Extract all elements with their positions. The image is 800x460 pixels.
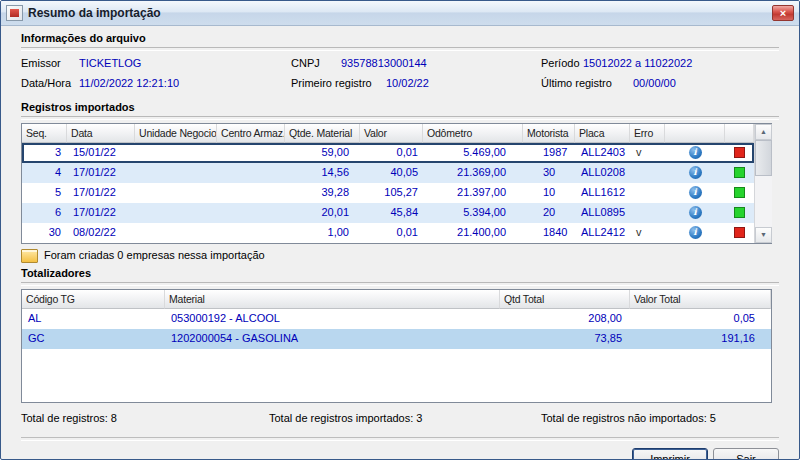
window-icon — [6, 5, 23, 21]
col-centro-armaz[interactable]: Centro Armaz. — [217, 124, 285, 143]
cell-valor: 0,01 — [360, 146, 423, 159]
cell-motorista: 1987 — [523, 146, 575, 159]
cnpj-value: 93578813000144 — [341, 57, 427, 70]
cell-motorista: 10 — [523, 186, 575, 199]
cell-qtde: 14,56 — [285, 166, 360, 179]
col-valor[interactable]: Valor — [360, 124, 423, 143]
cell-data: 15/01/22 — [67, 146, 135, 159]
cell-odometro: 5.469,00 — [423, 146, 523, 159]
col-qtde-material[interactable]: Qtde. Material — [285, 124, 360, 143]
cell-valor: 45,84 — [360, 206, 423, 219]
col-codigo-tg[interactable]: Código TG — [22, 290, 165, 309]
field-ultimo-registro: Último registro 00/00/00 — [541, 77, 779, 90]
record-row[interactable]: 6 17/01/22 20,01 45,84 5.394,00 20 ALL08… — [22, 203, 754, 223]
file-info-fields: Emissor TICKETLOG CNPJ 93578813000144 Pe… — [21, 51, 779, 98]
cell-status — [725, 167, 754, 178]
col-motorista[interactable]: Motorista — [523, 124, 575, 143]
cell-seq: 4 — [22, 166, 67, 179]
records-scrollbar[interactable]: ▲ ▼ — [754, 124, 772, 243]
primeiro-registro-label: Primeiro registro — [291, 77, 386, 90]
emissor-value: TICKETLOG — [79, 57, 141, 70]
print-button[interactable]: Imprimir — [632, 448, 708, 459]
cell-material: 1202000054 - GASOLINA — [165, 332, 500, 345]
col-erro[interactable]: Erro — [630, 124, 665, 143]
cell-motorista: 1840 — [523, 226, 575, 239]
info-icon[interactable]: i — [689, 226, 702, 239]
records-grid: Seq. Data Unidade Negocio Centro Armaz. … — [21, 123, 772, 244]
cell-seq: 30 — [22, 226, 67, 239]
totals-grid: Código TG Material Qtd Total Valor Total… — [21, 289, 772, 403]
file-info-title: Informações do arquivo — [21, 32, 779, 45]
record-row[interactable]: 30 08/02/22 1,00 0,01 21.400,00 1840 ALL… — [22, 223, 754, 243]
divider — [21, 116, 779, 120]
cell-valor: 40,05 — [360, 166, 423, 179]
info-icon[interactable]: i — [689, 146, 702, 159]
col-data[interactable]: Data — [67, 124, 135, 143]
col-info[interactable] — [665, 124, 725, 143]
scroll-up-button[interactable]: ▲ — [755, 124, 772, 140]
window-title: Resumo da importação — [28, 6, 161, 20]
scroll-track[interactable] — [755, 176, 772, 227]
total-row[interactable]: GC 1202000054 - GASOLINA 73,85 191,16 — [22, 329, 771, 349]
col-material[interactable]: Material — [165, 290, 500, 309]
totals-title: Totalizadores — [21, 267, 779, 280]
col-unidade-negocio[interactable]: Unidade Negocio — [135, 124, 217, 143]
info-icon[interactable]: i — [689, 166, 702, 179]
cell-seq: 3 — [22, 146, 67, 159]
exit-button[interactable]: Sair — [713, 448, 779, 459]
col-status[interactable] — [725, 124, 754, 143]
record-row[interactable]: 3 15/01/22 59,00 0,01 5.469,00 1987 ALL2… — [22, 143, 754, 163]
cell-valor-total: 191,16 — [630, 332, 771, 345]
cell-info: i — [665, 186, 725, 199]
companies-note-icon — [21, 249, 38, 263]
cell-material: 053000192 - ALCOOL — [165, 312, 500, 325]
cell-valor: 0,01 — [360, 226, 423, 239]
field-primeiro-registro: Primeiro registro 10/02/22 — [291, 77, 541, 90]
cell-codigo: GC — [22, 332, 165, 345]
cell-placa: ALL2412 — [575, 226, 630, 239]
record-row[interactable]: 5 17/01/22 39,28 105,27 21.397,00 10 ALL… — [22, 183, 754, 203]
cell-placa: ALL0208 — [575, 166, 630, 179]
scroll-thumb[interactable] — [755, 140, 772, 176]
primeiro-registro-value: 10/02/22 — [386, 77, 429, 90]
totals-header: Código TG Material Qtd Total Valor Total — [22, 290, 771, 309]
cell-odometro: 21.400,00 — [423, 226, 523, 239]
info-icon[interactable]: i — [689, 206, 702, 219]
col-seq[interactable]: Seq. — [22, 124, 67, 143]
col-qtd-total[interactable]: Qtd Total — [500, 290, 630, 309]
cell-qtde: 20,01 — [285, 206, 360, 219]
not-imported-records-text: Total de registros não importados: 5 — [541, 412, 716, 425]
info-icon[interactable]: i — [689, 186, 702, 199]
cell-motorista: 30 — [523, 166, 575, 179]
cell-odometro: 5.394,00 — [423, 206, 523, 219]
cell-data: 08/02/22 — [67, 226, 135, 239]
scroll-down-button[interactable]: ▼ — [755, 227, 772, 243]
cell-data: 17/01/22 — [67, 206, 135, 219]
record-row[interactable]: 4 17/01/22 14,56 40,05 21.369,00 30 ALL0… — [22, 163, 754, 183]
cell-odometro: 21.369,00 — [423, 166, 523, 179]
ultimo-registro-value: 00/00/00 — [633, 77, 676, 90]
records-header: Seq. Data Unidade Negocio Centro Armaz. … — [22, 124, 754, 143]
ultimo-registro-label: Último registro — [541, 77, 633, 90]
divider — [21, 282, 779, 286]
cell-data: 17/01/22 — [67, 186, 135, 199]
close-button[interactable]: × — [772, 5, 794, 21]
periodo-value: 15012022 a 11022022 — [583, 57, 692, 70]
cell-seq: 6 — [22, 206, 67, 219]
cell-info: i — [665, 226, 725, 239]
col-valor-total[interactable]: Valor Total — [630, 290, 771, 309]
status-indicator — [734, 187, 745, 198]
records-grid-main: Seq. Data Unidade Negocio Centro Armaz. … — [22, 124, 754, 243]
field-cnpj: CNPJ 93578813000144 — [291, 57, 541, 70]
dialog-body: Informações do arquivo Emissor TICKETLOG… — [1, 26, 799, 459]
cell-codigo: AL — [22, 312, 165, 325]
total-row[interactable]: AL 053000192 - ALCOOL 208,00 0,05 — [22, 309, 771, 329]
emissor-label: Emissor — [21, 57, 79, 70]
status-indicator — [734, 227, 745, 238]
cell-qtd-total: 208,00 — [500, 312, 630, 325]
col-placa[interactable]: Placa — [575, 124, 630, 143]
cell-info: i — [665, 146, 725, 159]
cell-qtde: 39,28 — [285, 186, 360, 199]
col-odometro[interactable]: Odômetro — [423, 124, 523, 143]
total-records-text: Total de registros: 8 — [21, 412, 117, 425]
